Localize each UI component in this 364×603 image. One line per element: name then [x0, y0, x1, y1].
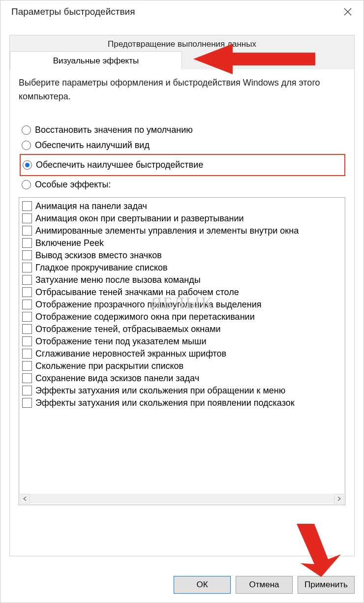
horizontal-scrollbar[interactable] [20, 494, 344, 504]
radio-option-1[interactable]: Обеспечить наилучший вид [20, 138, 345, 153]
checkbox-label: Отображение содержимого окна при перетас… [35, 312, 255, 322]
checkbox-label: Вывод эскизов вместо значков [35, 250, 162, 261]
dialog-buttons: ОК Отмена Применить [174, 576, 355, 594]
radio-option-2[interactable]: Обеспечить наилучшее быстродействие [20, 154, 345, 176]
checkbox-input[interactable] [22, 373, 32, 383]
radio-input[interactable] [22, 125, 31, 135]
effects-listbox[interactable]: Анимация на панели задачАнимация окон пр… [19, 197, 345, 505]
checkbox-input[interactable] [22, 349, 32, 359]
checkbox-input[interactable] [22, 398, 32, 408]
radio-option-0[interactable]: Восстановить значения по умолчанию [20, 122, 345, 138]
checkbox-input[interactable] [22, 226, 32, 236]
effect-item-1[interactable]: Анимация окон при свертывании и разверты… [22, 212, 342, 225]
radio-input[interactable] [23, 160, 32, 170]
chevron-left-icon [23, 497, 27, 501]
radio-input[interactable] [22, 180, 31, 189]
radio-label: Обеспечить наилучший вид [35, 140, 150, 151]
effect-item-5[interactable]: Гладкое прокручивание списков [22, 262, 342, 274]
effect-item-10[interactable]: Отображение теней, отбрасываемых окнами [22, 323, 342, 335]
effect-item-6[interactable]: Затухание меню после вызова команды [22, 274, 342, 286]
radio-label: Обеспечить наилучшее быстродействие [36, 160, 203, 170]
title-bar: Параметры быстродействия [0, 0, 364, 23]
radio-option-3[interactable]: Особые эффекты: [20, 177, 345, 192]
chevron-right-icon [337, 497, 341, 501]
effect-item-8[interactable]: Отображение прозрачного прямоугольника в… [22, 299, 342, 311]
scroll-left-button[interactable] [20, 494, 30, 504]
effect-item-0[interactable]: Анимация на панели задач [22, 200, 342, 212]
checkbox-label: Сохранение вида эскизов панели задач [35, 373, 199, 384]
intro-text: Выберите параметры оформления и быстроде… [19, 76, 345, 104]
close-icon [344, 8, 352, 16]
checkbox-input[interactable] [22, 238, 32, 248]
checkbox-label: Анимированные элементы управления и элем… [35, 226, 299, 236]
scroll-track[interactable] [30, 494, 334, 504]
checkbox-input[interactable] [22, 275, 32, 285]
checkbox-input[interactable] [22, 213, 32, 223]
checkbox-label: Гладкое прокручивание списков [35, 263, 168, 273]
checkbox-label: Анимация окон при свертывании и разверты… [35, 213, 244, 224]
effect-item-15[interactable]: Эффекты затухания или скольжения при обр… [22, 385, 342, 397]
checkbox-label: Включение Peek [35, 238, 104, 248]
checkbox-label: Скольжение при раскрытии списков [35, 361, 183, 371]
checkbox-input[interactable] [22, 336, 32, 346]
tab-strip: Предотвращение выполнения данных Визуаль… [9, 35, 355, 69]
tab-visual-effects[interactable]: Визуальные эффекты [10, 51, 182, 70]
checkbox-input[interactable] [22, 287, 32, 297]
checkbox-input[interactable] [22, 312, 32, 322]
checkbox-input[interactable] [22, 300, 32, 309]
checkbox-input[interactable] [22, 250, 32, 260]
checkbox-label: Анимация на панели задач [35, 201, 147, 211]
effect-item-11[interactable]: Отображение тени под указателем мыши [22, 335, 342, 348]
checkbox-input[interactable] [22, 361, 32, 371]
checkbox-label: Эффекты затухания или скольжения при поя… [35, 398, 295, 408]
effect-item-3[interactable]: Включение Peek [22, 237, 342, 249]
close-button[interactable] [338, 2, 358, 22]
effect-item-13[interactable]: Скольжение при раскрытии списков [22, 360, 342, 372]
checkbox-label: Отображение прозрачного прямоугольника в… [35, 300, 262, 310]
radio-label: Восстановить значения по умолчанию [35, 125, 193, 135]
effect-item-12[interactable]: Сглаживание неровностей экранных шрифтов [22, 348, 342, 360]
checkbox-input[interactable] [22, 324, 32, 334]
effect-item-7[interactable]: Отбрасывание теней значками на рабочем с… [22, 286, 342, 299]
tab-content: Выберите параметры оформления и быстроде… [9, 69, 355, 556]
effect-item-4[interactable]: Вывод эскизов вместо значков [22, 249, 342, 262]
effect-item-14[interactable]: Сохранение вида эскизов панели задач [22, 372, 342, 385]
radio-input[interactable] [22, 141, 31, 150]
effect-item-2[interactable]: Анимированные элементы управления и элем… [22, 225, 342, 237]
checkbox-label: Затухание меню после вызова команды [35, 275, 201, 285]
window-title: Параметры быстродействия [11, 6, 135, 17]
checkbox-label: Отбрасывание теней значками на рабочем с… [35, 287, 239, 298]
radio-label: Особые эффекты: [35, 180, 111, 190]
radio-group: Восстановить значения по умолчаниюОбеспе… [20, 122, 345, 192]
checkbox-label: Отображение теней, отбрасываемых окнами [35, 324, 221, 334]
checkbox-input[interactable] [22, 201, 32, 211]
checkbox-label: Эффекты затухания или скольжения при обр… [35, 386, 285, 396]
checkbox-label: Сглаживание неровностей экранных шрифтов [35, 349, 226, 359]
apply-button[interactable]: Применить [298, 576, 355, 594]
checkbox-label: Отображение тени под указателем мыши [35, 336, 206, 347]
effect-item-16[interactable]: Эффекты затухания или скольжения при поя… [22, 397, 342, 409]
ok-button[interactable]: ОК [174, 576, 231, 594]
effect-item-9[interactable]: Отображение содержимого окна при перетас… [22, 311, 342, 323]
checkbox-input[interactable] [22, 263, 32, 272]
checkbox-input[interactable] [22, 386, 32, 395]
cancel-button[interactable]: Отмена [236, 576, 293, 594]
tab-dep[interactable]: Предотвращение выполнения данных [10, 35, 354, 53]
scroll-right-button[interactable] [334, 494, 344, 504]
